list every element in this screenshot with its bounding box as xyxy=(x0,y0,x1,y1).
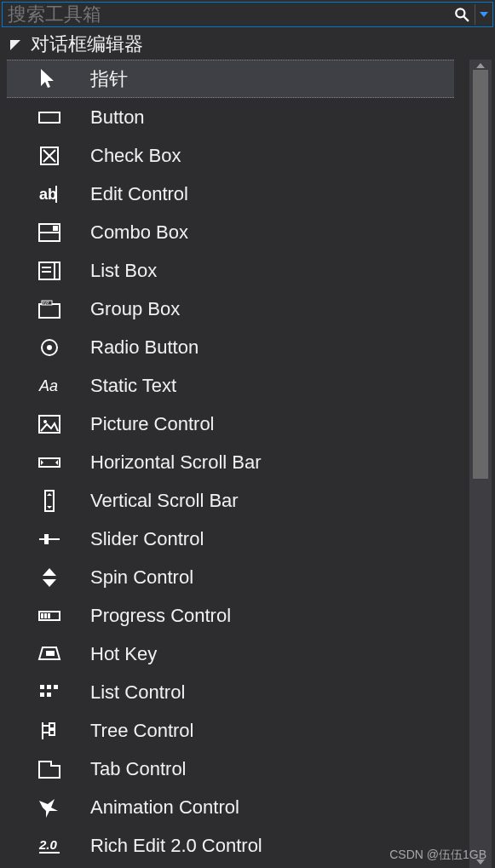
tool-item-tree-control[interactable]: Tree Control xyxy=(7,711,454,750)
listbox-icon xyxy=(34,258,65,284)
spin-icon xyxy=(34,565,65,590)
tool-item-progress[interactable]: Progress Control xyxy=(7,596,454,635)
tab-icon xyxy=(34,756,65,782)
tool-item-label: Static Text xyxy=(90,375,176,397)
tool-item-hot-key[interactable]: Hot Key xyxy=(7,635,454,673)
tool-item-edit-control[interactable]: Edit Control xyxy=(7,175,454,213)
tool-list: 指针ButtonCheck BoxEdit ControlCombo BoxLi… xyxy=(7,60,454,868)
groupbox-icon xyxy=(34,296,65,322)
tool-item-label: Picture Control xyxy=(90,413,215,435)
tool-item-combo-box[interactable]: Combo Box xyxy=(7,213,454,251)
tool-item-vscroll[interactable]: Vertical Scroll Bar xyxy=(7,481,454,520)
tool-item-label: Radio Button xyxy=(90,336,199,359)
tool-item-label: Vertical Scroll Bar xyxy=(90,490,239,512)
tool-item-label: Combo Box xyxy=(90,221,188,244)
tool-item-button[interactable]: Button xyxy=(7,98,454,136)
slider-icon xyxy=(34,526,65,552)
expand-icon xyxy=(10,40,20,50)
tool-item-label: Button xyxy=(90,106,145,129)
tool-item-label: Tab Control xyxy=(90,758,187,780)
tool-item-label: Edit Control xyxy=(90,183,188,205)
picture-icon xyxy=(34,411,65,437)
hscroll-icon xyxy=(34,450,65,475)
tool-item-label: List Control xyxy=(90,681,185,704)
richedit-icon xyxy=(34,833,65,859)
tool-item-label: 指针 xyxy=(90,66,128,92)
tool-item-label: Group Box xyxy=(90,298,180,320)
radio-icon xyxy=(34,335,65,360)
tool-item-label: Spin Control xyxy=(90,566,193,589)
tool-item-spin[interactable]: Spin Control xyxy=(7,558,454,596)
tool-item-picture-control[interactable]: Picture Control xyxy=(7,405,454,443)
text-icon xyxy=(34,373,65,399)
tool-item-check-box[interactable]: Check Box xyxy=(7,136,454,175)
tool-item-label: Horizontal Scroll Bar xyxy=(90,451,262,474)
tool-item-animation[interactable]: Animation Control xyxy=(7,788,454,826)
tool-item-label: Tree Control xyxy=(90,720,193,742)
toolbox-panel: 对话框编辑器 指针ButtonCheck BoxEdit ControlComb… xyxy=(0,29,495,868)
listctrl-icon xyxy=(34,680,65,705)
svg-point-0 xyxy=(456,9,464,17)
progress-icon xyxy=(34,603,65,629)
tool-item-list-box[interactable]: List Box xyxy=(7,251,454,290)
tree-icon xyxy=(34,718,65,744)
tool-item-rich-edit-2[interactable]: Rich Edit 2.0 Control xyxy=(7,826,454,865)
tool-item-label: Progress Control xyxy=(90,605,231,627)
scrollbar[interactable] xyxy=(469,60,492,868)
tool-item-tab-control[interactable]: Tab Control xyxy=(7,750,454,788)
tool-item-label: Slider Control xyxy=(90,528,204,550)
button-icon xyxy=(34,105,65,130)
category-title: 对话框编辑器 xyxy=(31,32,143,57)
tool-item-slider[interactable]: Slider Control xyxy=(7,520,454,558)
search-input[interactable] xyxy=(3,3,449,26)
pointer-icon xyxy=(34,66,65,92)
tool-item-label: Check Box xyxy=(90,145,181,167)
tool-item-hscroll[interactable]: Horizontal Scroll Bar xyxy=(7,443,454,481)
vscroll-icon xyxy=(34,488,65,514)
tool-item-radio-button[interactable]: Radio Button xyxy=(7,328,454,366)
tool-item-label: Hot Key xyxy=(90,643,157,665)
tool-item-list-control[interactable]: List Control xyxy=(7,673,454,711)
tool-item-label: Animation Control xyxy=(90,796,239,819)
checkbox-icon xyxy=(34,143,65,169)
hotkey-icon xyxy=(34,641,65,667)
scrollbar-thumb[interactable] xyxy=(473,70,488,479)
tool-item-pointer[interactable]: 指针 xyxy=(7,60,454,98)
animation-icon xyxy=(34,795,65,820)
search-bar[interactable] xyxy=(2,2,493,27)
svg-line-1 xyxy=(463,16,469,21)
edit-icon xyxy=(34,181,65,207)
combobox-icon xyxy=(34,220,65,245)
tool-item-label: List Box xyxy=(90,260,157,282)
tool-item-group-box[interactable]: Group Box xyxy=(7,290,454,328)
tool-item-label: Rich Edit 2.0 Control xyxy=(90,835,262,857)
search-dropdown[interactable] xyxy=(475,12,492,17)
category-header[interactable]: 对话框编辑器 xyxy=(0,29,495,60)
search-icon[interactable] xyxy=(449,7,475,22)
scroll-down-icon[interactable] xyxy=(469,856,492,868)
tool-item-static-text[interactable]: Static Text xyxy=(7,366,454,405)
